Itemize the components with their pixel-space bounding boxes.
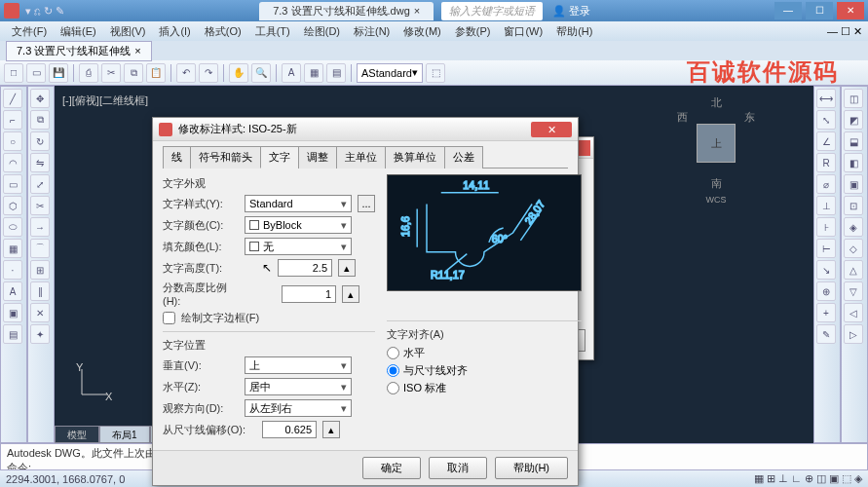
menu-window[interactable]: 窗口(W) bbox=[498, 22, 548, 41]
tool-icon[interactable]: ▦ bbox=[304, 63, 323, 83]
explode-icon[interactable]: ✦ bbox=[30, 324, 50, 344]
tool-icon[interactable]: ◇ bbox=[844, 239, 863, 258]
fillet-icon[interactable]: ⌒ bbox=[30, 239, 50, 258]
viewdir-select[interactable]: 从左到右 bbox=[245, 399, 352, 417]
tab-text[interactable]: 文字 bbox=[260, 146, 299, 169]
copy-icon[interactable]: ⧉ bbox=[30, 110, 50, 130]
new-icon[interactable]: □ bbox=[4, 63, 23, 83]
redo-icon[interactable]: ↷ bbox=[199, 63, 218, 83]
tool-icon[interactable]: ⬓ bbox=[844, 131, 863, 151]
tool-icon[interactable]: ⊡ bbox=[844, 196, 863, 215]
print-icon[interactable]: ⎙ bbox=[79, 63, 98, 83]
circle-icon[interactable]: ○ bbox=[3, 131, 22, 151]
textstyle-select[interactable]: A Standard ▾ bbox=[357, 63, 423, 83]
viewcube-top[interactable]: 上 bbox=[697, 124, 736, 163]
viewcube-north[interactable]: 北 bbox=[677, 95, 755, 110]
tool-icon[interactable]: ⬚ bbox=[426, 63, 445, 83]
rotate-icon[interactable]: ↻ bbox=[30, 131, 50, 151]
save-icon[interactable]: 💾 bbox=[49, 63, 68, 83]
hatch-icon[interactable]: ▦ bbox=[3, 239, 22, 258]
cancel-button[interactable]: 取消 bbox=[429, 457, 487, 479]
tool-icon[interactable]: ▤ bbox=[326, 63, 346, 83]
viewcube[interactable]: 北 西上东 南 WCS bbox=[677, 95, 755, 183]
fillcolor-select[interactable]: 无 bbox=[245, 238, 352, 255]
block-icon[interactable]: ▣ bbox=[3, 303, 22, 322]
menu-file[interactable]: 文件(F) bbox=[6, 22, 53, 41]
leader-icon[interactable]: ↘ bbox=[816, 260, 836, 280]
zoom-icon[interactable]: 🔍 bbox=[251, 63, 271, 83]
spinner-icon[interactable]: ▴ bbox=[338, 259, 356, 277]
center-icon[interactable]: + bbox=[816, 303, 836, 322]
move-icon[interactable]: ✥ bbox=[30, 89, 50, 108]
arc-icon[interactable]: ◠ bbox=[3, 153, 22, 172]
tolerance-icon[interactable]: ⊕ bbox=[816, 281, 836, 301]
dim-edit-icon[interactable]: ✎ bbox=[816, 324, 836, 344]
dim-aligned-icon[interactable]: ⤡ bbox=[816, 110, 836, 130]
textstyle-browse-button[interactable]: ... bbox=[358, 195, 375, 212]
spinner-icon[interactable]: ▴ bbox=[322, 421, 340, 438]
line-icon[interactable]: ╱ bbox=[3, 89, 22, 108]
scale-icon[interactable]: ⤢ bbox=[30, 174, 50, 194]
vertical-select[interactable]: 上 bbox=[245, 356, 352, 374]
pan-icon[interactable]: ✋ bbox=[229, 63, 248, 83]
offset-icon[interactable]: ‖ bbox=[30, 281, 50, 301]
polygon-icon[interactable]: ⬡ bbox=[3, 196, 22, 215]
tab-layout1[interactable]: 布局1 bbox=[99, 426, 150, 443]
polyline-icon[interactable]: ⌐ bbox=[3, 110, 22, 130]
dim-cont-icon[interactable]: ⊦ bbox=[816, 217, 836, 237]
cut-icon[interactable]: ✂ bbox=[101, 63, 121, 83]
help-search-input[interactable]: 输入关键字或短语 bbox=[441, 2, 543, 20]
open-icon[interactable]: ▭ bbox=[26, 63, 46, 83]
document-tab[interactable]: 7.3 设置尺寸线和延伸线.dwg× bbox=[259, 2, 434, 20]
dim-ord-icon[interactable]: ⊥ bbox=[816, 196, 836, 215]
tool-icon[interactable]: ◫ bbox=[844, 89, 863, 108]
table-icon[interactable]: ▤ bbox=[3, 324, 22, 344]
viewcube-west[interactable]: 西 bbox=[677, 110, 688, 176]
minimize-button[interactable]: — bbox=[774, 2, 802, 19]
viewcube-east[interactable]: 东 bbox=[744, 110, 755, 176]
dim-radius-icon[interactable]: R bbox=[816, 153, 836, 172]
tab-alternate[interactable]: 换算单位 bbox=[385, 146, 445, 169]
menu-tools[interactable]: 工具(T) bbox=[249, 22, 296, 41]
viewcube-south[interactable]: 南 bbox=[677, 176, 755, 191]
tab-lines[interactable]: 线 bbox=[163, 146, 191, 169]
textcolor-select[interactable]: ByBlock bbox=[245, 216, 352, 234]
tool-icon[interactable]: ◩ bbox=[844, 110, 863, 130]
menu-param[interactable]: 参数(P) bbox=[449, 22, 497, 41]
menu-edit[interactable]: 编辑(E) bbox=[55, 22, 102, 41]
dim-angular-icon[interactable]: ∠ bbox=[816, 131, 836, 151]
tab-symbols[interactable]: 符号和箭头 bbox=[190, 146, 261, 169]
help-button[interactable]: 帮助(H) bbox=[495, 457, 568, 479]
tool-icon[interactable]: A bbox=[282, 63, 301, 83]
status-toggles[interactable]: ▦ ⊞ ⊥ ∟ ⊕ ◫ ▣ ⬚ ◈ bbox=[754, 472, 862, 485]
tool-icon[interactable]: ◧ bbox=[844, 153, 863, 172]
ok-button[interactable]: 确定 bbox=[362, 457, 421, 479]
menu-dimension[interactable]: 标注(N) bbox=[348, 22, 396, 41]
point-icon[interactable]: · bbox=[3, 260, 22, 280]
align-dimline-radio[interactable] bbox=[387, 364, 399, 377]
erase-icon[interactable]: ✕ bbox=[30, 303, 50, 322]
offset-input[interactable] bbox=[262, 421, 317, 438]
copy-icon[interactable]: ⧉ bbox=[124, 63, 143, 83]
rect-icon[interactable]: ▭ bbox=[3, 174, 22, 194]
text-icon[interactable]: A bbox=[3, 281, 22, 301]
tool-icon[interactable]: ◈ bbox=[844, 217, 863, 237]
maximize-button[interactable]: ☐ bbox=[806, 2, 833, 19]
active-document-tab[interactable]: 7.3 设置尺寸线和延伸线× bbox=[6, 41, 152, 61]
menu-insert[interactable]: 插入(I) bbox=[153, 22, 196, 41]
tool-icon[interactable]: △ bbox=[844, 260, 863, 280]
horizontal-select[interactable]: 居中 bbox=[245, 378, 352, 395]
tab-tolerance[interactable]: 公差 bbox=[444, 146, 483, 169]
tool-icon[interactable]: ◁ bbox=[844, 303, 863, 322]
textheight-input[interactable] bbox=[278, 259, 332, 277]
undo-icon[interactable]: ↶ bbox=[176, 63, 196, 83]
mirror-icon[interactable]: ⇋ bbox=[30, 153, 50, 172]
tool-icon[interactable]: ▽ bbox=[844, 281, 863, 301]
textframe-checkbox[interactable] bbox=[163, 312, 175, 324]
tool-icon[interactable]: ▷ bbox=[844, 324, 863, 344]
array-icon[interactable]: ⊞ bbox=[30, 260, 50, 280]
tool-icon[interactable]: ▣ bbox=[844, 174, 863, 194]
menu-view[interactable]: 视图(V) bbox=[104, 22, 152, 41]
align-horiz-radio[interactable] bbox=[387, 347, 399, 359]
textstyle-select[interactable]: Standard bbox=[245, 195, 352, 212]
